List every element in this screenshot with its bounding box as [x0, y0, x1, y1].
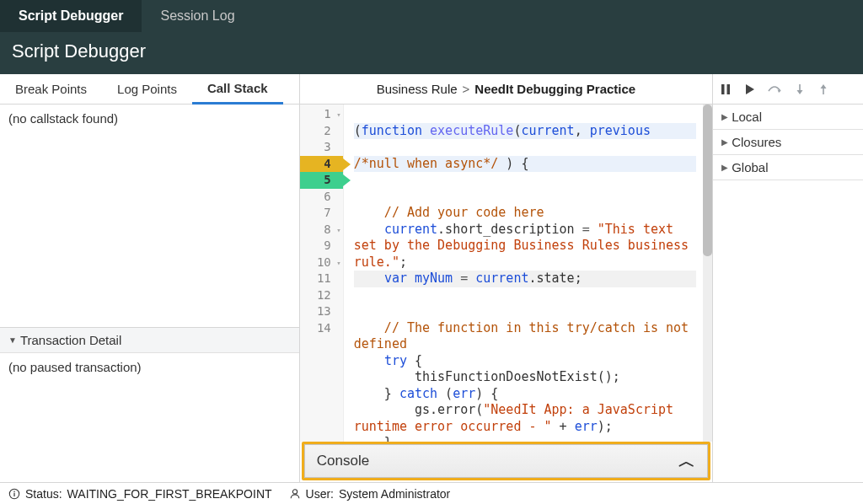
- breadcrumb-type: Business Rule: [377, 82, 458, 96]
- tab-logpoints[interactable]: Log Points: [102, 74, 192, 104]
- line-number[interactable]: 6: [300, 189, 343, 206]
- tab-session-log[interactable]: Session Log: [142, 0, 253, 32]
- gutter[interactable]: 1 2 3 4 5 6 7 8 9 10 11 12 13 14: [300, 105, 344, 442]
- scope-local[interactable]: ▶Local: [713, 105, 863, 130]
- svg-marker-2: [746, 84, 754, 94]
- console-toggle[interactable]: Console ︿: [304, 444, 708, 478]
- code-editor[interactable]: 1 2 3 4 5 6 7 8 9 10 11 12 13 14: [300, 105, 712, 442]
- line-number-breakpoint[interactable]: 4: [300, 156, 343, 173]
- debug-toolbar: [713, 74, 863, 105]
- top-tabs: Script Debugger Session Log: [0, 0, 863, 32]
- transaction-detail-section: ▼ Transaction Detail (no paused transact…: [0, 327, 299, 482]
- svg-marker-7: [821, 84, 827, 88]
- right-panel: ▶Local ▶Closures ▶Global: [713, 74, 863, 482]
- step-over-icon[interactable]: [767, 83, 782, 95]
- line-number-current[interactable]: 5: [300, 172, 343, 189]
- svg-rect-9: [13, 492, 14, 496]
- line-number[interactable]: 10: [300, 255, 343, 271]
- line-number[interactable]: 2: [300, 123, 343, 140]
- breadcrumb-sep: >: [463, 82, 470, 96]
- transaction-empty: (no paused transaction): [0, 353, 299, 381]
- svg-rect-0: [721, 84, 725, 94]
- console-highlight: Console ︿: [302, 442, 710, 480]
- caret-right-icon: ▶: [721, 163, 728, 172]
- breadcrumb-name: NeedIt Debugging Practice: [474, 82, 635, 96]
- transaction-detail-title: Transaction Detail: [20, 333, 121, 347]
- page-title: Script Debugger: [0, 32, 863, 74]
- scope-global[interactable]: ▶Global: [713, 155, 863, 180]
- console-label: Console: [317, 453, 369, 469]
- chevron-up-icon: ︿: [678, 450, 695, 473]
- step-out-icon[interactable]: [817, 83, 829, 95]
- transaction-detail-header[interactable]: ▼ Transaction Detail: [0, 328, 299, 353]
- line-number[interactable]: 8: [300, 222, 343, 239]
- main-area: Break Points Log Points Call Stack (no c…: [0, 74, 863, 482]
- scope-closures[interactable]: ▶Closures: [713, 130, 863, 155]
- status-value: WAITING_FOR_FIRST_BREAKPOINT: [67, 487, 272, 501]
- caret-down-icon: ▼: [8, 335, 17, 345]
- play-icon[interactable]: [743, 83, 755, 95]
- line-number[interactable]: 3: [300, 139, 343, 156]
- vertical-scrollbar[interactable]: [703, 105, 712, 442]
- center-panel: Business Rule > NeedIt Debugging Practic…: [300, 74, 713, 482]
- user-value: System Administrator: [339, 487, 450, 501]
- line-number[interactable]: 9: [300, 238, 343, 255]
- step-into-icon[interactable]: [794, 83, 806, 95]
- pause-icon[interactable]: [720, 83, 732, 95]
- line-number[interactable]: 1: [300, 106, 343, 123]
- user-icon: [289, 488, 301, 500]
- line-number[interactable]: 11: [300, 271, 343, 287]
- info-icon: [8, 488, 20, 500]
- svg-rect-1: [727, 84, 731, 94]
- code-area[interactable]: (function executeRule(current, previous …: [344, 105, 703, 442]
- line-number[interactable]: 7: [300, 205, 343, 222]
- breadcrumb: Business Rule > NeedIt Debugging Practic…: [300, 74, 712, 105]
- caret-right-icon: ▶: [721, 112, 728, 121]
- caret-right-icon: ▶: [721, 137, 728, 147]
- line-number[interactable]: 13: [300, 303, 343, 320]
- status-item: Status: WAITING_FOR_FIRST_BREAKPOINT: [8, 487, 272, 501]
- status-label: Status:: [25, 487, 62, 501]
- line-number[interactable]: 14: [300, 320, 343, 337]
- svg-marker-5: [797, 90, 803, 94]
- line-number[interactable]: 12: [300, 287, 343, 304]
- script-debugger-app: Script Debugger Session Log Script Debug…: [0, 0, 863, 504]
- left-panel: Break Points Log Points Call Stack (no c…: [0, 74, 300, 482]
- left-tabs: Break Points Log Points Call Stack: [0, 74, 299, 105]
- tab-script-debugger[interactable]: Script Debugger: [0, 0, 142, 32]
- status-bar: Status: WAITING_FOR_FIRST_BREAKPOINT Use…: [0, 482, 863, 504]
- user-item: User: System Administrator: [289, 487, 451, 501]
- user-label: User:: [306, 487, 334, 501]
- tab-callstack[interactable]: Call Stack: [192, 74, 283, 105]
- tab-breakpoints[interactable]: Break Points: [0, 74, 102, 104]
- scrollbar-thumb[interactable]: [703, 105, 712, 256]
- svg-point-11: [292, 489, 297, 493]
- callstack-empty: (no callstack found): [0, 105, 299, 132]
- svg-rect-10: [13, 491, 14, 491]
